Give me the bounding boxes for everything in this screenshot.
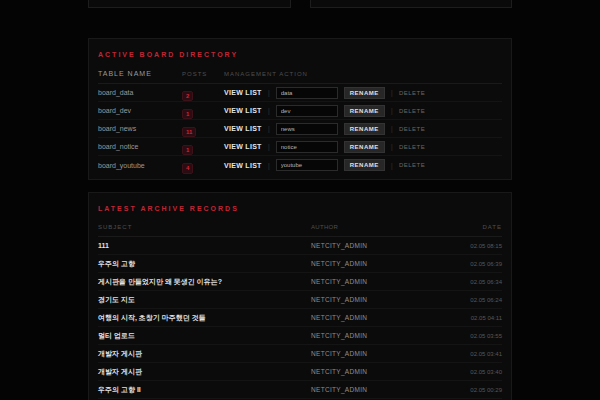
delete-button[interactable]: DELETE [399, 144, 425, 150]
archive-author: NETCITY_ADMIN [311, 314, 441, 321]
view-list-button[interactable]: VIEW LIST [224, 125, 262, 132]
rename-input[interactable] [276, 159, 338, 171]
archive-subject-link[interactable]: 멀티 업로드 [98, 331, 311, 341]
archive-author: NETCITY_ADMIN [311, 242, 441, 249]
delete-button[interactable]: DELETE [399, 108, 425, 114]
board-table-body: board_data 2 VIEW LIST | RENAME | DELETE… [98, 84, 502, 174]
archive-author: NETCITY_ADMIN [311, 296, 441, 303]
separator: | [268, 88, 270, 97]
archive-subject-link[interactable]: 우주의 고향 [98, 259, 311, 269]
table-row: board_data 2 VIEW LIST | RENAME | DELETE [98, 84, 502, 102]
separator: | [391, 124, 393, 133]
archive-author: NETCITY_ADMIN [311, 332, 441, 339]
archive-table-header: SUBJECT AUTHOR DATE [98, 221, 502, 237]
archive-subject-link[interactable]: 경기도 지도 [98, 295, 311, 305]
rename-input[interactable] [276, 141, 338, 153]
table-row: 개발자 게시판 NETCITY_ADMIN 02.05 03:41 [98, 345, 502, 363]
table-row: 여행의 시작, 초창기 마주했던 것들 NETCITY_ADMIN 02.05 … [98, 309, 502, 327]
rename-button[interactable]: RENAME [344, 105, 385, 117]
separator: | [268, 106, 270, 115]
table-row: 우주의 고향 NETCITY_ADMIN 02.05 06:39 [98, 255, 502, 273]
latest-archive-records-panel: LATEST ARCHIVE RECORDS SUBJECT AUTHOR DA… [88, 192, 512, 400]
rename-input[interactable] [276, 105, 338, 117]
archive-subject-link[interactable]: 111 [98, 242, 311, 249]
view-list-button[interactable]: VIEW LIST [224, 89, 262, 96]
archive-date: 02.05 06:34 [441, 279, 502, 285]
posts-count-badge: 4 [182, 163, 193, 174]
posts-count-badge: 1 [182, 145, 193, 156]
separator: | [391, 142, 393, 151]
view-list-button[interactable]: VIEW LIST [224, 107, 262, 114]
archive-author: NETCITY_ADMIN [311, 278, 441, 285]
rename-button[interactable]: RENAME [344, 141, 385, 153]
rename-button[interactable]: RENAME [344, 159, 385, 171]
view-list-button[interactable]: VIEW LIST [224, 143, 262, 150]
archive-subject-link[interactable]: 게시판을 만들었지만 왜 못생긴 이유는? [98, 277, 311, 287]
separator: | [391, 106, 393, 115]
archive-date: 02.05 03:55 [441, 333, 502, 339]
archive-panel-title: LATEST ARCHIVE RECORDS [98, 203, 502, 221]
archive-author: NETCITY_ADMIN [311, 368, 441, 375]
archive-subject-link[interactable]: 개발자 게시판 [98, 349, 311, 359]
separator: | [391, 161, 393, 170]
board-table-header: TABLE NAME POSTS MANAGEMENT ACTION [98, 67, 502, 84]
rename-input[interactable] [276, 123, 338, 135]
archive-author: NETCITY_ADMIN [311, 350, 441, 357]
posts-count-badge: 11 [182, 127, 196, 138]
top-cutoff-panel-left [88, 0, 291, 8]
table-row: 우주의 고향 II NETCITY_ADMIN 02.05 00:29 [98, 381, 502, 399]
table-row: board_youtube 4 VIEW LIST | RENAME | DEL… [98, 156, 502, 174]
column-header-posts: POSTS [182, 71, 224, 77]
active-board-directory-panel: ACTIVE BOARD DIRECTORY TABLE NAME POSTS … [88, 38, 512, 180]
view-list-button[interactable]: VIEW LIST [224, 162, 262, 169]
archive-date: 02.05 04:11 [441, 315, 502, 321]
board-table-name: board_dev [98, 107, 182, 114]
table-row: 멀티 업로드 NETCITY_ADMIN 02.05 03:55 [98, 327, 502, 345]
column-header-subject: SUBJECT [98, 224, 311, 230]
board-panel-title: ACTIVE BOARD DIRECTORY [98, 49, 502, 67]
archive-subject-link[interactable]: 개발자 게시판 [98, 367, 311, 377]
delete-button[interactable]: DELETE [399, 90, 425, 96]
separator: | [268, 142, 270, 151]
archive-date: 02.05 00:29 [441, 387, 502, 393]
board-table-name: board_youtube [98, 162, 182, 169]
archive-subject-link[interactable]: 여행의 시작, 초창기 마주했던 것들 [98, 313, 311, 323]
column-header-management-action: MANAGEMENT ACTION [224, 71, 502, 77]
archive-date: 02.05 06:39 [441, 261, 502, 267]
rename-input[interactable] [276, 87, 338, 99]
table-row: board_news 11 VIEW LIST | RENAME | DELET… [98, 120, 502, 138]
table-row: 개발자 게시판 NETCITY_ADMIN 02.05 03:40 [98, 363, 502, 381]
top-cutoff-panel-right [310, 0, 512, 8]
board-table-name: board_data [98, 89, 182, 96]
separator: | [268, 124, 270, 133]
archive-date: 02.05 08:15 [441, 243, 502, 249]
delete-button[interactable]: DELETE [399, 162, 425, 168]
rename-button[interactable]: RENAME [344, 123, 385, 135]
column-header-table-name: TABLE NAME [98, 70, 182, 77]
column-header-author: AUTHOR [311, 224, 441, 230]
archive-date: 02.05 03:41 [441, 351, 502, 357]
posts-count-badge: 2 [182, 91, 193, 102]
archive-subject-link[interactable]: 우주의 고향 II [98, 385, 311, 395]
archive-date: 02.05 03:40 [441, 369, 502, 375]
posts-count-badge: 1 [182, 109, 193, 120]
table-row: board_notice 1 VIEW LIST | RENAME | DELE… [98, 138, 502, 156]
board-table-name: board_notice [98, 143, 182, 150]
delete-button[interactable]: DELETE [399, 126, 425, 132]
table-row: 게시판을 만들었지만 왜 못생긴 이유는? NETCITY_ADMIN 02.0… [98, 273, 502, 291]
archive-author: NETCITY_ADMIN [311, 260, 441, 267]
separator: | [268, 161, 270, 170]
archive-date: 02.05 06:24 [441, 297, 502, 303]
table-row: board_dev 1 VIEW LIST | RENAME | DELETE [98, 102, 502, 120]
archive-author: NETCITY_ADMIN [311, 386, 441, 393]
archive-table-body: 111 NETCITY_ADMIN 02.05 08:15 우주의 고향 NET… [98, 237, 502, 400]
board-table-name: board_news [98, 125, 182, 132]
separator: | [391, 88, 393, 97]
column-header-date: DATE [441, 224, 502, 230]
table-row: 111 NETCITY_ADMIN 02.05 08:15 [98, 237, 502, 255]
table-row: 경기도 지도 NETCITY_ADMIN 02.05 06:24 [98, 291, 502, 309]
rename-button[interactable]: RENAME [344, 87, 385, 99]
